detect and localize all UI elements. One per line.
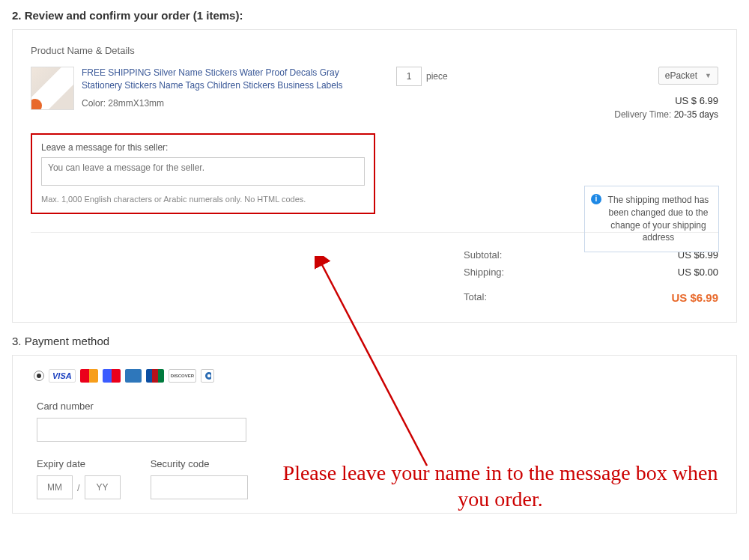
product-details-header: Product Name & Details xyxy=(31,45,718,56)
expiry-separator: / xyxy=(77,482,80,493)
annotation-text: Please leave your name in to the message… xyxy=(268,460,733,512)
diners-logo-icon xyxy=(201,369,214,383)
expiry-label: Expiry date xyxy=(37,458,121,469)
shipping-label: Shipping: xyxy=(464,267,504,278)
payment-section-title: 3. Payment method xyxy=(0,335,749,355)
discover-logo-icon: DISCOVER xyxy=(169,369,196,383)
quantity-unit: piece xyxy=(426,67,448,86)
mastercard-logo-icon xyxy=(80,369,98,383)
delivery-label: Delivery Time: xyxy=(614,109,671,120)
subtotal-label: Subtotal: xyxy=(464,249,502,261)
delivery-time: Delivery Time: 20-35 days xyxy=(554,109,718,120)
seller-message-label: Leave a message for this seller: xyxy=(41,142,365,153)
shipping-value: US $0.00 xyxy=(678,267,718,278)
product-thumbnail[interactable] xyxy=(31,67,74,110)
line-price: US $ 6.99 xyxy=(554,95,718,106)
amex-logo-icon xyxy=(125,369,142,383)
seller-message-hint: Max. 1,000 English characters or Arabic … xyxy=(41,195,365,204)
product-variant: Color: 28mmX13mm xyxy=(82,98,351,109)
variant-value: 28mmX13mm xyxy=(108,98,164,109)
svg-point-1 xyxy=(207,374,210,377)
delivery-value: 20-35 days xyxy=(674,109,718,120)
seller-message-box: Leave a message for this seller: Max. 1,… xyxy=(31,133,375,214)
seller-message-textarea[interactable] xyxy=(41,157,365,186)
card-number-label: Card number xyxy=(37,401,715,412)
card-payment-radio[interactable] xyxy=(34,371,44,381)
chevron-down-icon: ▼ xyxy=(705,72,712,79)
security-code-label: Security code xyxy=(151,458,248,469)
shipping-method-select[interactable]: ePacket ▼ xyxy=(658,67,718,85)
product-row: FREE SHIPPING Silver Name Stickers Water… xyxy=(31,67,718,120)
quantity-input[interactable] xyxy=(396,67,422,86)
total-value: US $6.99 xyxy=(671,291,718,304)
security-code-input[interactable] xyxy=(151,475,248,499)
total-label: Total: xyxy=(464,291,487,304)
review-section-title: 2. Review and confirm your order (1 item… xyxy=(0,0,749,29)
expiry-month-input[interactable] xyxy=(37,475,73,499)
card-number-input[interactable] xyxy=(37,418,246,442)
product-title-link[interactable]: FREE SHIPPING Silver Name Stickers Water… xyxy=(82,67,351,92)
notice-text: The shipping method has been changed due… xyxy=(608,195,709,243)
shipping-method-value: ePacket xyxy=(665,70,697,81)
info-icon: i xyxy=(591,194,601,204)
maestro-logo-icon xyxy=(103,369,121,383)
variant-label: Color: xyxy=(82,98,106,109)
order-review-panel: Product Name & Details FREE SHIPPING Sil… xyxy=(12,29,737,323)
visa-logo-icon: VISA xyxy=(49,369,76,383)
expiry-year-input[interactable] xyxy=(85,475,121,499)
jcb-logo-icon xyxy=(146,369,164,383)
shipping-change-notice: i The shipping method has been changed d… xyxy=(584,186,719,252)
